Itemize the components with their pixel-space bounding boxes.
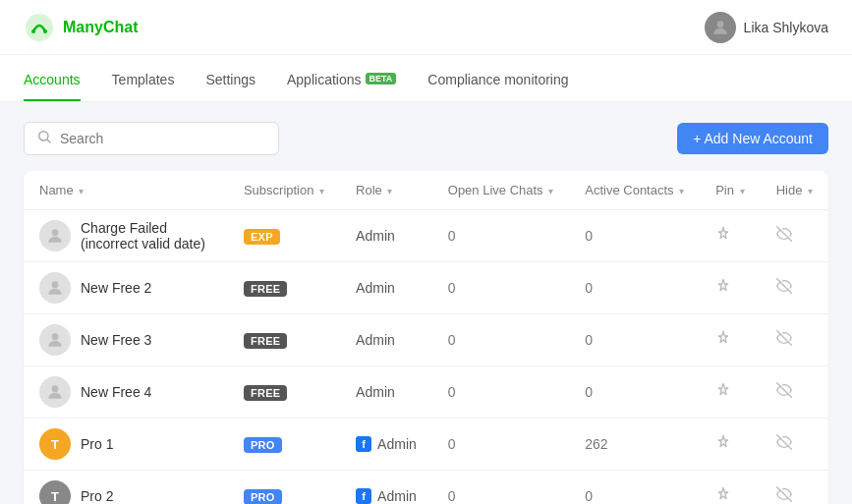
sort-arrow-sub: ▾ [319,186,324,196]
beta-badge: BETA [366,73,397,84]
cell-pin [700,366,760,419]
subscription-badge: FREE [244,281,288,297]
avatar: T [39,428,71,460]
col-pin[interactable]: Pin ▾ [700,171,760,210]
cell-name: New Free 3 [24,314,228,366]
cell-open-live-chats: 0 [432,314,569,366]
col-role[interactable]: Role ▾ [340,171,432,210]
pin-icon[interactable] [715,280,731,297]
hide-icon[interactable] [776,384,792,401]
sort-arrow-role: ▾ [387,186,392,196]
account-name[interactable]: New Free 3 [81,332,151,348]
nav-item-settings[interactable]: Settings [205,72,256,101]
cell-active-contacts: 0 [569,210,700,262]
svg-point-8 [52,281,59,288]
cell-hide [761,262,828,314]
add-account-button[interactable]: + Add New Account [677,123,828,154]
cell-pin [700,471,760,505]
pin-icon[interactable] [715,332,731,349]
user-name: Lika Shlykova [744,20,828,35]
cell-role: Admin [340,262,432,314]
cell-name: Charge Failed (incorrect valid date) [24,210,228,262]
role-label: Admin [356,280,395,296]
table-row: T Pro 1 PRO f Admin 0 262 [24,419,828,471]
user-info: Lika Shlykova [705,12,828,43]
search-input[interactable] [60,131,266,146]
content: + Add New Account Name ▾ Subscription ▾ … [0,102,852,504]
cell-pin [700,314,760,366]
cell-active-contacts: 0 [569,262,700,314]
cell-open-live-chats: 0 [432,366,569,419]
cell-active-contacts: 262 [569,419,700,471]
cell-active-contacts: 0 [569,366,700,419]
cell-open-live-chats: 0 [432,471,569,505]
nav-item-templates[interactable]: Templates [112,72,175,101]
cell-role: Admin [340,210,432,262]
col-subscription[interactable]: Subscription ▾ [228,171,340,210]
avatar: T [39,480,71,504]
cell-name: T Pro 2 [24,471,228,505]
cell-active-contacts: 0 [569,314,700,366]
cell-open-live-chats: 0 [432,210,569,262]
account-name[interactable]: Pro 1 [81,436,113,452]
svg-point-0 [26,14,53,41]
avatar [39,220,71,252]
avatar [39,324,71,356]
col-name[interactable]: Name ▾ [24,171,228,210]
pin-icon[interactable] [715,384,731,401]
logo: ManyChat [24,12,138,43]
svg-point-1 [31,29,35,33]
svg-point-3 [716,21,723,28]
col-hide[interactable]: Hide ▾ [761,171,828,210]
cell-name: New Free 2 [24,262,228,314]
table-row: New Free 4 FREE Admin 0 0 [24,366,828,419]
cell-open-live-chats: 0 [432,419,569,471]
pin-icon[interactable] [715,436,731,453]
col-active-contacts[interactable]: Active Contacts ▾ [569,171,700,210]
sort-arrow-name: ▾ [79,186,84,196]
hide-icon[interactable] [776,488,792,504]
svg-point-2 [43,29,47,33]
subscription-badge: EXP [244,229,280,245]
col-open-live-chats[interactable]: Open Live Chats ▾ [432,171,569,210]
nav-item-compliance[interactable]: Compliance monitoring [427,72,568,101]
table-header-row: Name ▾ Subscription ▾ Role ▾ Open Live C… [24,171,828,210]
hide-icon[interactable] [776,332,792,349]
nav-bar: Accounts Templates Settings Applications… [0,55,852,102]
hide-icon[interactable] [776,436,792,453]
role-label: Admin [356,228,395,244]
hide-icon[interactable] [776,228,792,245]
sort-arrow-chats: ▾ [548,186,553,196]
sort-arrow-pin: ▾ [740,186,745,196]
account-name[interactable]: New Free 4 [81,384,151,400]
hide-icon[interactable] [776,280,792,297]
cell-open-live-chats: 0 [432,262,569,314]
cell-name: T Pro 1 [24,419,228,471]
pin-icon[interactable] [715,228,731,245]
nav-item-applications[interactable]: Applications BETA [287,72,396,101]
cell-subscription: PRO [228,419,340,471]
role-label: Admin [356,332,395,348]
accounts-table: Name ▾ Subscription ▾ Role ▾ Open Live C… [24,171,828,504]
cell-role: f Admin [340,419,432,471]
avatar [39,376,71,408]
role-label: Admin [356,384,395,400]
account-name[interactable]: New Free 2 [81,280,151,296]
table-row: New Free 2 FREE Admin 0 0 [24,262,828,314]
cell-role: Admin [340,366,432,419]
sort-arrow-hide: ▾ [808,186,813,196]
top-bar: ManyChat Lika Shlykova [0,0,852,55]
cell-hide [761,314,828,366]
cell-active-contacts: 0 [569,471,700,505]
cell-subscription: FREE [228,314,340,366]
cell-hide [761,210,828,262]
account-name[interactable]: Pro 2 [81,488,113,504]
account-name[interactable]: Charge Failed (incorrect valid date) [81,220,212,252]
search-box [24,122,279,155]
cell-subscription: EXP [228,210,340,262]
table-row: New Free 3 FREE Admin 0 0 [24,314,828,366]
nav-item-accounts[interactable]: Accounts [24,72,81,101]
cell-subscription: PRO [228,471,340,505]
svg-point-10 [52,333,59,340]
pin-icon[interactable] [715,488,731,504]
